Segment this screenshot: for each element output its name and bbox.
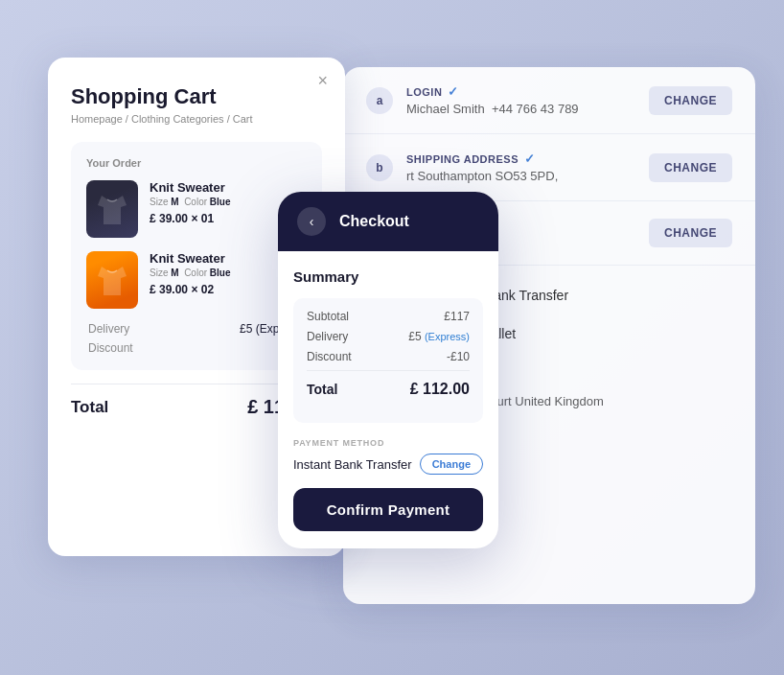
check-icon-b: ✓ [524, 151, 536, 166]
checkout-title: Checkout [339, 213, 409, 230]
close-button[interactable]: × [317, 71, 328, 91]
checkout-body: Summary Subtotal £117 Delivery £5 (Expre… [278, 251, 498, 548]
change-login-button[interactable]: CHANGE [649, 86, 732, 115]
item-image-1 [86, 180, 138, 238]
shipping-content: SHIPPING ADDRESS ✓ rt Southampton SO53 5… [406, 151, 635, 183]
check-icon: ✓ [448, 84, 459, 99]
summary-box: Subtotal £117 Delivery £5 (Express) Disc… [293, 298, 483, 423]
order-label: Your Order [86, 157, 307, 169]
shipping-detail: rt Southampton SO53 5PD, [406, 169, 635, 183]
summary-total-row: Total £ 112.00 [307, 370, 470, 411]
login-title: LOGIN ✓ [406, 84, 635, 99]
breadcrumb: Homepage / Clothing Categories / Cart [71, 113, 322, 125]
change-method-button[interactable]: Change [420, 454, 483, 475]
cart-total-label: Total [71, 398, 108, 417]
discount-row: Discount -£10 [307, 350, 470, 363]
cart-item-2: Knit Sweater Size M Color Blue £ 39.00 ×… [86, 251, 307, 309]
delivery-row: Delivery £5 (Express) [307, 330, 470, 343]
login-detail: Michael Smith +44 766 43 789 [406, 102, 635, 116]
cart-item-1: Knit Sweater Size M Color Blue £ 39.00 ×… [86, 180, 307, 238]
summary-title: Summary [293, 268, 483, 285]
back-button[interactable]: ‹ [297, 207, 326, 236]
change-shipping-button[interactable]: CHANGE [649, 153, 732, 182]
cart-delivery-row: Delivery £5 (Express) [86, 322, 307, 336]
shipping-title: SHIPPING ADDRESS ✓ [406, 151, 635, 166]
sweater-svg-1 [94, 188, 130, 230]
cart-title: Shopping Cart [71, 84, 322, 109]
item-name-1: Knit Sweater [150, 180, 307, 195]
item-image-2 [86, 251, 138, 309]
sweater-svg-2 [94, 259, 130, 301]
login-section: a LOGIN ✓ Michael Smith +44 766 43 789 C… [343, 67, 755, 134]
checkout-card: ‹ Checkout Summary Subtotal £117 Deliver… [278, 192, 498, 548]
section-b-badge: b [366, 154, 393, 181]
payment-method-name: Instant Bank Transfer [293, 457, 412, 472]
checkout-header: ‹ Checkout [278, 192, 498, 251]
payment-method-row: Instant Bank Transfer Change [293, 454, 483, 475]
payment-method-label: PAYMENT METHOD [293, 438, 483, 448]
change-payment-button[interactable]: CHANGE [649, 219, 732, 247]
subtotal-row: Subtotal £117 [307, 310, 470, 323]
section-a-badge: a [366, 87, 393, 114]
cart-discount-row: Discount -£10 [86, 341, 307, 355]
payment-method-section: PAYMENT METHOD Instant Bank Transfer Cha… [293, 438, 483, 475]
confirm-payment-button[interactable]: Confirm Payment [293, 488, 483, 531]
login-content: LOGIN ✓ Michael Smith +44 766 43 789 [406, 84, 635, 116]
